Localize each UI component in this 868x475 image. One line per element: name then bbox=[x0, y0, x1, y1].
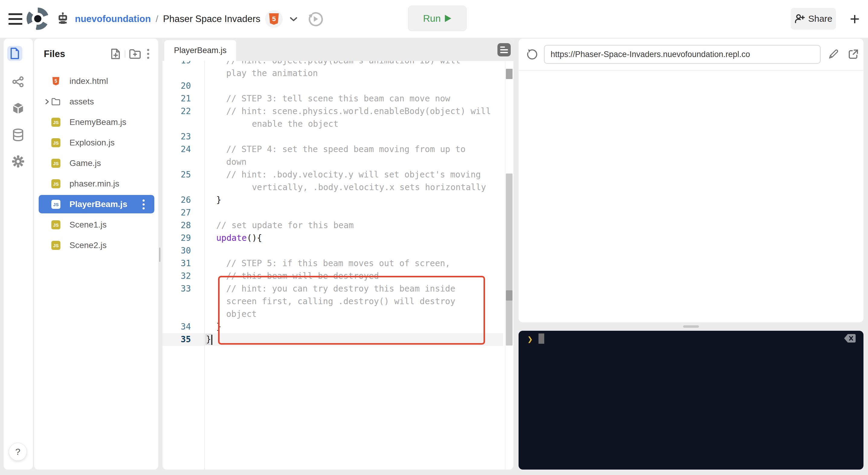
help-button[interactable]: ? bbox=[9, 443, 27, 461]
js-file-icon: JS bbox=[51, 138, 60, 147]
sidebar-item-files[interactable] bbox=[7, 46, 22, 61]
code-line-21: 21// STEP 3: tell scene this beam can mo… bbox=[162, 92, 503, 105]
files-menu-kebab-icon[interactable] bbox=[146, 48, 150, 60]
robot-avatar-icon bbox=[56, 11, 70, 27]
files-panel: Files 5index.htmlassetsJSEnemyBeam.jsJSE… bbox=[34, 39, 158, 470]
top-bar: nuevofoundation / Phaser Space Invaders … bbox=[0, 0, 868, 38]
js-file-icon: JS bbox=[51, 179, 60, 188]
code-text: } bbox=[205, 333, 212, 346]
file-name: Game.js bbox=[69, 159, 101, 168]
gutter-divider bbox=[205, 61, 205, 470]
js-file-icon: JS bbox=[51, 241, 60, 250]
svg-text:5: 5 bbox=[272, 15, 276, 23]
file-row-assets[interactable]: assets bbox=[34, 92, 158, 112]
code-text: // set update for this beam bbox=[205, 219, 354, 232]
line-number: 33 bbox=[162, 282, 205, 295]
code-text: enable the object bbox=[205, 118, 339, 130]
url-input[interactable] bbox=[544, 45, 820, 64]
code-rows: 19// hint: object.play(beam's animation … bbox=[162, 61, 503, 346]
breadcrumb-workspace-link[interactable]: nuevofoundation bbox=[75, 13, 151, 25]
file-row-scene2-js[interactable]: JSScene2.js bbox=[34, 235, 158, 256]
url-row-divider bbox=[519, 70, 864, 71]
sidebar-item-database[interactable] bbox=[12, 129, 24, 141]
file-name: phaser.min.js bbox=[69, 179, 119, 189]
scrollbar-track bbox=[505, 61, 505, 470]
scrollbar-thumb[interactable] bbox=[506, 173, 513, 345]
tab-playerbeam[interactable]: PlayerBeam.js bbox=[164, 40, 236, 61]
breadcrumb: nuevofoundation / Phaser Space Invaders … bbox=[56, 0, 323, 38]
person-plus-icon bbox=[794, 13, 805, 24]
scrollbar-thumb-top[interactable] bbox=[506, 69, 513, 79]
sidebar-item-settings[interactable] bbox=[12, 156, 24, 168]
edit-url-pencil-icon[interactable] bbox=[827, 48, 839, 60]
file-row-phaser-min-js[interactable]: JSphaser.min.js bbox=[34, 173, 158, 194]
chevron-down-icon[interactable] bbox=[289, 16, 298, 22]
code-text: // hint: you can try destroy this beam i… bbox=[205, 282, 456, 295]
file-row-enemybeam-js[interactable]: JSEnemyBeam.js bbox=[34, 112, 158, 133]
file-name: index.html bbox=[69, 76, 108, 86]
file-name: Scene1.js bbox=[69, 220, 106, 230]
file-icon bbox=[10, 48, 20, 59]
line-number: 23 bbox=[162, 130, 205, 143]
line-number: 25 bbox=[162, 168, 205, 181]
history-icon[interactable] bbox=[307, 11, 323, 27]
js-file-icon: JS bbox=[51, 159, 60, 168]
expand-chevron-icon[interactable] bbox=[45, 99, 51, 105]
tool-sidebar: ? bbox=[4, 39, 33, 470]
editor-format-icon[interactable] bbox=[497, 43, 511, 57]
code-line-33: 33// hint: you can try destroy this beam… bbox=[162, 282, 503, 295]
line-number bbox=[162, 308, 205, 320]
code-line-29: 29update(){ bbox=[162, 232, 503, 244]
console-prompt: ❯ bbox=[527, 334, 533, 344]
refresh-icon[interactable] bbox=[526, 48, 538, 60]
console-panel[interactable]: ❯ bbox=[519, 331, 864, 470]
line-number bbox=[162, 295, 205, 308]
file-row-explosion-js[interactable]: JSExplosion.js bbox=[34, 133, 158, 153]
share-nodes-icon bbox=[12, 76, 24, 88]
code-line-wrap: play the animation bbox=[162, 67, 503, 80]
code-line-32: 32// this beam will be destroyed bbox=[162, 270, 503, 282]
scrollbar-thumb-marker[interactable] bbox=[506, 290, 513, 301]
line-number bbox=[162, 67, 205, 80]
code-line-wrap: object bbox=[162, 308, 503, 320]
new-file-icon[interactable] bbox=[110, 48, 121, 60]
code-line-30: 30 bbox=[162, 244, 503, 257]
code-line-wrap: enable the object bbox=[162, 118, 503, 130]
code-text: // this beam will be destroyed bbox=[205, 270, 379, 282]
preview-panel bbox=[519, 39, 864, 322]
files-title: Files bbox=[44, 48, 65, 60]
share-button[interactable]: Share bbox=[791, 8, 836, 30]
new-folder-icon[interactable] bbox=[129, 49, 141, 59]
code-line-25: 25// hint: .body.velocity.y will set obj… bbox=[162, 168, 503, 181]
code-line-19: 19// hint: object.play(beam's animation … bbox=[162, 61, 503, 67]
run-button[interactable]: Run bbox=[408, 6, 467, 31]
sidebar-item-packages[interactable] bbox=[12, 102, 24, 114]
file-name: PlayerBeam.js bbox=[69, 200, 127, 209]
sidebar-item-version-control[interactable] bbox=[12, 76, 24, 88]
file-row-index-html[interactable]: 5index.html bbox=[34, 71, 158, 92]
file-row-game-js[interactable]: JSGame.js bbox=[34, 153, 158, 173]
code-text: } bbox=[205, 320, 221, 333]
open-external-icon[interactable] bbox=[847, 48, 859, 60]
preview-url-bar bbox=[519, 39, 864, 70]
new-repl-button[interactable]: + bbox=[845, 7, 864, 31]
code-text: down bbox=[205, 156, 246, 168]
hamburger-menu-icon[interactable] bbox=[8, 13, 22, 25]
code-text: // STEP 4: set the speed beam moving fro… bbox=[205, 143, 465, 156]
line-number: 30 bbox=[162, 244, 205, 257]
code-text: // hint: scene.physics.world.enableBody(… bbox=[205, 105, 491, 118]
console-clear-icon[interactable] bbox=[843, 333, 856, 345]
console-resize-handle[interactable] bbox=[683, 325, 699, 328]
file-row-scene1-js[interactable]: JSScene1.js bbox=[34, 214, 158, 235]
code-area[interactable]: 19// hint: object.play(beam's animation … bbox=[162, 61, 514, 470]
line-number: 29 bbox=[162, 232, 205, 244]
tab-label: PlayerBeam.js bbox=[174, 46, 226, 55]
file-kebab-icon[interactable] bbox=[141, 198, 146, 211]
code-line-27: 27 bbox=[162, 206, 503, 219]
workspace-logo[interactable] bbox=[27, 7, 49, 30]
code-line-26: 26} bbox=[162, 194, 503, 206]
code-text: } bbox=[205, 194, 221, 206]
line-number: 24 bbox=[162, 143, 205, 156]
panel-resize-handle[interactable] bbox=[159, 247, 160, 262]
file-row-playerbeam-js[interactable]: JSPlayerBeam.js bbox=[34, 194, 158, 214]
